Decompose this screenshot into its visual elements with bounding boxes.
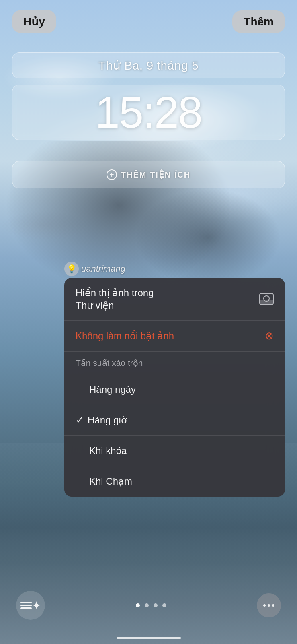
more-button[interactable] — [257, 593, 281, 617]
menu-item-show-library[interactable]: Hiển thị ảnh trongThư viện — [64, 278, 285, 321]
menu-item-on-lock[interactable]: Khi khóa — [64, 436, 285, 466]
menu-item-on-tap[interactable]: Khi Chạm — [64, 466, 285, 496]
more-dot-2 — [268, 604, 270, 607]
on-tap-left: Khi Chạm — [76, 475, 132, 487]
lightbulb-icon: 💡 — [64, 262, 79, 276]
context-menu: Hiển thị ảnh trongThư viện Không làm nổi… — [64, 278, 285, 497]
watermark-text: uantrimang — [81, 264, 125, 274]
cancel-button[interactable]: Hủy — [12, 10, 56, 33]
circle-x-icon: ⊗ — [265, 330, 274, 342]
show-library-text: Hiển thị ảnh trongThư viện — [76, 287, 154, 312]
layers-button[interactable]: ✦ — [16, 591, 45, 620]
sparkle-icon: ✦ — [32, 599, 41, 612]
menu-item-no-highlight[interactable]: Không làm nổi bật ảnh ⊗ — [64, 321, 285, 351]
menu-item-frequency-label: Tần suất xáo trộn — [64, 352, 285, 374]
menu-item-hourly[interactable]: ✓ Hàng giờ — [64, 405, 285, 436]
on-lock-left: Khi khóa — [76, 444, 127, 457]
plus-icon: + — [107, 169, 117, 180]
stack-icon — [20, 602, 32, 609]
menu-item-daily[interactable]: Hàng ngày — [64, 374, 285, 405]
daily-text: Hàng ngày — [89, 383, 136, 396]
stack-line-3 — [20, 607, 32, 609]
more-dot-1 — [263, 604, 266, 607]
more-dots-icon — [263, 604, 274, 607]
hourly-left: ✓ Hàng giờ — [76, 414, 127, 426]
dot-4 — [162, 603, 166, 607]
no-highlight-text: Không làm nổi bật ảnh — [76, 330, 174, 342]
on-lock-text: Khi khóa — [89, 444, 127, 457]
daily-left: Hàng ngày — [76, 383, 136, 396]
checkmark-icon: ✓ — [76, 414, 84, 426]
more-dot-3 — [272, 604, 274, 607]
on-tap-text: Khi Chạm — [89, 475, 132, 487]
time-widget[interactable]: 15:28 — [12, 85, 285, 140]
home-indicator — [117, 637, 181, 639]
add-widget-label: THÊM TIỆN ÍCH — [121, 170, 190, 180]
add-button[interactable]: Thêm — [232, 10, 285, 33]
stack-line-1 — [20, 602, 32, 603]
dot-3 — [154, 603, 158, 607]
watermark: 💡 uantrimang — [64, 262, 125, 276]
dot-1 — [136, 603, 140, 607]
frequency-label-text: Tần suất xáo trộn — [76, 357, 143, 368]
top-bar: Hủy Thêm — [0, 0, 297, 37]
hourly-text: Hàng giờ — [88, 414, 127, 426]
time-text: 15:28 — [95, 87, 202, 137]
bottom-toolbar: ✦ — [0, 591, 297, 620]
dot-2 — [145, 603, 149, 607]
photo-library-icon — [259, 293, 274, 305]
screen: Hủy Thêm Thứ Ba, 9 tháng 5 15:28 + THÊM … — [0, 0, 297, 644]
date-widget[interactable]: Thứ Ba, 9 tháng 5 — [12, 52, 285, 78]
stack-line-2 — [20, 605, 32, 606]
add-widget-button[interactable]: + THÊM TIỆN ÍCH — [12, 161, 285, 188]
date-text: Thứ Ba, 9 tháng 5 — [98, 59, 199, 72]
page-dots — [136, 603, 166, 607]
